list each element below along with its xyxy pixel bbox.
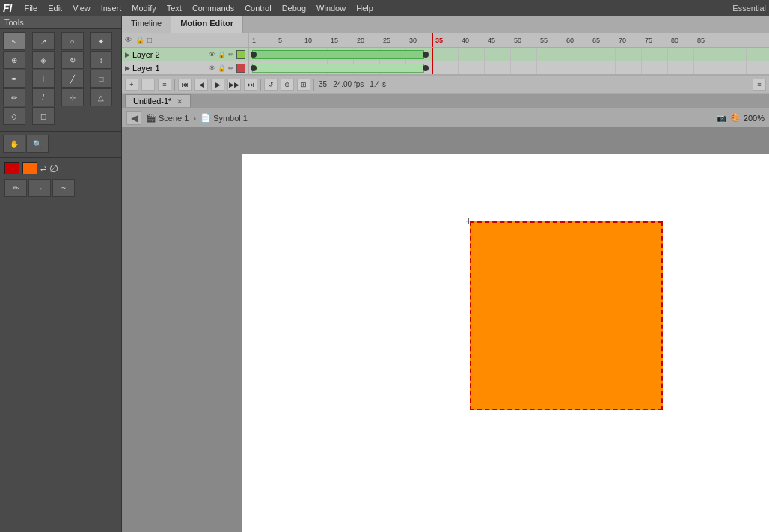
tool-polystar[interactable]: ✦ bbox=[90, 32, 112, 50]
tool-hand[interactable]: ✋ bbox=[3, 135, 25, 153]
layer-2-lock[interactable]: 🔒 bbox=[218, 51, 226, 58]
tool-3d-trans[interactable]: ↕ bbox=[90, 51, 112, 69]
tool-gradient[interactable]: ◈ bbox=[32, 51, 55, 69]
stroke-color-swatch[interactable] bbox=[4, 162, 19, 174]
tool-eyedropper[interactable]: ◇ bbox=[3, 107, 25, 125]
tool-pencil[interactable]: ✏ bbox=[3, 88, 25, 106]
layer-2-color bbox=[236, 50, 245, 59]
loop-btn[interactable]: ↺ bbox=[264, 79, 278, 91]
ctrl-sep-3 bbox=[313, 79, 314, 91]
fill-color-swatch[interactable] bbox=[22, 162, 37, 174]
tool-curve[interactable]: ~ bbox=[52, 179, 75, 197]
frame-40: 40 bbox=[462, 37, 488, 44]
menu-window[interactable]: Window bbox=[312, 2, 350, 14]
white-canvas: + bbox=[242, 154, 769, 532]
layer-1-eye[interactable]: 👁 bbox=[209, 64, 215, 72]
tool-text[interactable]: T bbox=[32, 70, 55, 88]
frame-10: 10 bbox=[304, 37, 331, 44]
tool-lasso[interactable]: ○ bbox=[61, 32, 84, 50]
tool-arrows[interactable]: → bbox=[28, 179, 51, 197]
menu-debug[interactable]: Debug bbox=[278, 2, 310, 14]
tool-line[interactable]: ╱ bbox=[61, 70, 84, 88]
layer-2-playhead bbox=[432, 48, 433, 61]
swap-colors-icon[interactable]: ⇌ bbox=[40, 165, 46, 173]
menu-edit[interactable]: Edit bbox=[43, 2, 67, 14]
scene-label: Scene 1 bbox=[159, 114, 189, 123]
tool-3d-rotate[interactable]: ↻ bbox=[61, 51, 84, 69]
lock-icon: 🔒 bbox=[135, 36, 144, 44]
doc-tab[interactable]: Untitled-1* ✕ bbox=[125, 94, 191, 107]
frame-85: 85 bbox=[697, 37, 723, 44]
tool-rect[interactable]: □ bbox=[90, 70, 112, 88]
menu-insert[interactable]: Insert bbox=[96, 2, 126, 14]
frame-5: 5 bbox=[278, 37, 304, 44]
main-layout: Tools ↖ ↗ ○ ✦ ⊕ ◈ ↻ ↕ ✒ T ╱ □ ✏ / ⊹ △ ◇ … bbox=[0, 16, 769, 532]
layer-2-tween bbox=[252, 50, 424, 59]
no-color-icon[interactable]: ∅ bbox=[49, 162, 58, 174]
layer-props-btn[interactable]: ≡ bbox=[158, 79, 171, 91]
frame-numbers: 1 5 10 15 20 25 30 35 40 45 50 55 60 65 bbox=[249, 33, 769, 47]
layer-1-tween bbox=[252, 64, 424, 73]
tab-motion-editor[interactable]: Motion Editor bbox=[171, 16, 243, 33]
go-end-btn[interactable]: ⏭ bbox=[244, 79, 257, 91]
tool-pen[interactable]: ✒ bbox=[3, 70, 25, 88]
frame-15: 15 bbox=[331, 37, 357, 44]
delete-layer-btn[interactable]: - bbox=[141, 79, 155, 91]
camera-icon: 📷 bbox=[717, 113, 727, 123]
orange-rect[interactable] bbox=[470, 221, 663, 410]
frame-ruler: 1 5 10 15 20 25 30 35 40 45 50 55 60 65 bbox=[252, 37, 723, 44]
layer-1-edit[interactable]: ✏ bbox=[228, 64, 234, 72]
layer-1-color bbox=[236, 64, 245, 73]
frame-35: 35 bbox=[435, 37, 462, 44]
play-btn[interactable]: ▶ bbox=[211, 79, 224, 91]
layer-2-edit[interactable]: ✏ bbox=[228, 51, 234, 58]
canvas-area[interactable]: + bbox=[122, 128, 769, 532]
tool-paint-bucket[interactable]: △ bbox=[90, 88, 112, 106]
layer-row-1: ▶ Layer 1 👁 🔒 ✏ bbox=[122, 61, 769, 75]
doc-tab-close[interactable]: ✕ bbox=[177, 97, 183, 106]
tool-eraser[interactable]: ◻ bbox=[32, 107, 55, 125]
menu-text[interactable]: Text bbox=[162, 2, 186, 14]
tab-timeline[interactable]: Timeline bbox=[122, 16, 171, 33]
doc-tab-label: Untitled-1* bbox=[133, 97, 171, 106]
next-frame-btn[interactable]: ▶▶ bbox=[227, 79, 241, 91]
tool-brush[interactable]: / bbox=[32, 88, 55, 106]
go-start-btn[interactable]: ⏮ bbox=[178, 79, 192, 91]
menu-control[interactable]: Control bbox=[240, 2, 275, 14]
snap-btn[interactable]: ⊕ bbox=[281, 79, 294, 91]
tool-subselect[interactable]: ↗ bbox=[32, 32, 55, 50]
frame-25: 25 bbox=[383, 37, 409, 44]
layer-2-name: Layer 2 bbox=[132, 50, 206, 59]
layer-1-info: ▶ Layer 1 👁 🔒 ✏ bbox=[122, 61, 249, 74]
zoom-selector[interactable]: 📷 🎨 200% bbox=[717, 113, 765, 123]
back-button[interactable]: ◀ bbox=[126, 111, 141, 125]
frame-60: 60 bbox=[566, 37, 592, 44]
tool-selection[interactable]: ↖ bbox=[3, 32, 25, 50]
menu-commands[interactable]: Commands bbox=[188, 2, 239, 14]
menu-file[interactable]: File bbox=[19, 2, 42, 14]
timeline-options-btn[interactable]: ≡ bbox=[753, 79, 766, 91]
tool-spray[interactable]: ⊹ bbox=[61, 88, 84, 106]
frame-65: 65 bbox=[592, 37, 619, 44]
layer-1-lock[interactable]: 🔒 bbox=[218, 64, 226, 72]
frame-80: 80 bbox=[671, 37, 697, 44]
layer-2-eye[interactable]: 👁 bbox=[209, 51, 215, 58]
layer-2-frames[interactable] bbox=[249, 48, 769, 61]
menu-modify[interactable]: Modify bbox=[127, 2, 160, 14]
tool-zoom[interactable]: 🔍 bbox=[26, 135, 49, 153]
breadcrumb-symbol[interactable]: 📄 Symbol 1 bbox=[200, 113, 248, 123]
layer-1-frames[interactable] bbox=[249, 61, 769, 74]
add-layer-btn[interactable]: + bbox=[125, 79, 138, 91]
menu-help[interactable]: Help bbox=[352, 2, 378, 14]
scene-icon: 🎬 bbox=[146, 113, 156, 123]
breadcrumb-scene[interactable]: 🎬 Scene 1 bbox=[146, 113, 189, 123]
prev-frame-btn[interactable]: ◀ bbox=[194, 79, 208, 91]
layer-1-kf-end bbox=[423, 65, 429, 71]
frame-75: 75 bbox=[645, 37, 671, 44]
breadcrumb-bar: ◀ 🎬 Scene 1 › 📄 Symbol 1 📷 🎨 200% bbox=[122, 108, 769, 128]
tool-pencil-color[interactable]: ✏ bbox=[4, 179, 27, 197]
timeline-tabs: Timeline Motion Editor bbox=[122, 16, 769, 33]
menu-view[interactable]: View bbox=[68, 2, 95, 14]
tool-free-transform[interactable]: ⊕ bbox=[3, 51, 25, 69]
onion-skin-btn[interactable]: ⊞ bbox=[297, 79, 310, 91]
